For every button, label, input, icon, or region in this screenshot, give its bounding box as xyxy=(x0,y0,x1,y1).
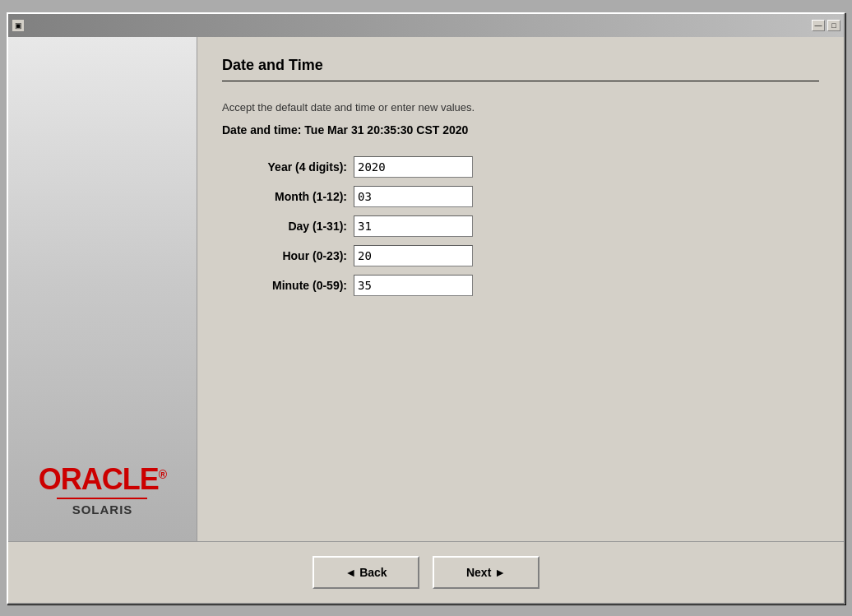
window-icon: ▣ xyxy=(12,19,25,32)
year-input[interactable] xyxy=(354,156,473,178)
main-content: ORACLE® SOLARIS Date and Time Accept the… xyxy=(8,37,844,541)
datetime-value: Tue Mar 31 20:35:30 CST 2020 xyxy=(304,123,468,137)
title-bar-left: ▣ xyxy=(12,19,25,32)
oracle-logo: ORACLE® SOLARIS xyxy=(39,465,166,516)
sidebar: ORACLE® SOLARIS xyxy=(8,37,197,541)
month-input[interactable] xyxy=(354,186,473,207)
month-label: Month (1-12): xyxy=(222,190,354,203)
minute-input[interactable] xyxy=(354,275,473,296)
description-text: Accept the default date and time or ente… xyxy=(222,101,819,113)
month-row: Month (1-12): xyxy=(222,186,819,207)
window-body: ORACLE® SOLARIS Date and Time Accept the… xyxy=(8,37,844,603)
solaris-label: SOLARIS xyxy=(72,503,133,516)
maximize-button[interactable]: □ xyxy=(827,20,840,31)
oracle-divider xyxy=(57,498,147,499)
year-row: Year (4 digits): xyxy=(222,156,819,178)
main-window: ▣ — □ ORACLE® SOLARIS Date and Time Acce… xyxy=(7,12,845,604)
oracle-brand-text: ORACLE® xyxy=(39,465,166,494)
hour-label: Hour (0-23): xyxy=(222,249,354,262)
minute-row: Minute (0-59): xyxy=(222,275,819,296)
footer: ◄ Back Next ► xyxy=(8,541,844,603)
hour-row: Hour (0-23): xyxy=(222,245,819,266)
back-button[interactable]: ◄ Back xyxy=(313,556,419,589)
registered-symbol: ® xyxy=(159,468,166,481)
day-label: Day (1-31): xyxy=(222,220,354,233)
date-time-form: Year (4 digits): Month (1-12): Day (1-31… xyxy=(222,156,819,296)
datetime-label: Date and time: xyxy=(222,123,301,137)
hour-input[interactable] xyxy=(354,245,473,266)
day-input[interactable] xyxy=(354,215,473,237)
next-button[interactable]: Next ► xyxy=(433,556,539,589)
minute-label: Minute (0-59): xyxy=(222,279,354,292)
title-bar-controls: — □ xyxy=(812,20,840,31)
minimize-button[interactable]: — xyxy=(812,20,825,31)
content-area: Date and Time Accept the default date an… xyxy=(197,37,844,541)
title-bar: ▣ — □ xyxy=(8,14,844,37)
year-label: Year (4 digits): xyxy=(222,160,354,174)
datetime-display: Date and time: Tue Mar 31 20:35:30 CST 2… xyxy=(222,123,819,137)
day-row: Day (1-31): xyxy=(222,215,819,237)
page-title: Date and Time xyxy=(222,57,819,81)
